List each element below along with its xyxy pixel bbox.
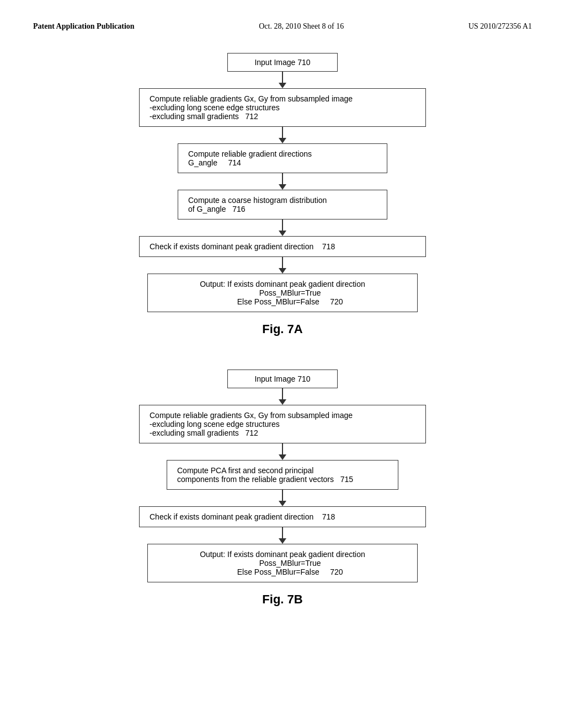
arrow-5a (279, 257, 286, 274)
box-input-a: Input Image 710 (227, 53, 338, 72)
arrow-4b (279, 527, 286, 544)
flowchart-7b: Input Image 710 Compute reliable gradien… (33, 370, 532, 623)
box-compute-grad-b: Compute reliable gradients Gx, Gy from s… (139, 405, 426, 443)
box-compute-dir-a: Compute reliable gradient directions G_a… (178, 143, 387, 173)
arrow-1a (279, 72, 286, 88)
box-compute-grad-a: Compute reliable gradients Gx, Gy from s… (139, 88, 426, 127)
box-output-b: Output: If exists dominant peak gadient … (147, 544, 418, 582)
flowchart-7a: Input Image 710 Compute reliable gradien… (33, 53, 532, 353)
header-right: US 2010/272356 A1 (468, 22, 532, 31)
arrow-4a (279, 220, 286, 236)
fig-label-7a: Fig. 7A (262, 322, 302, 336)
arrow-2b (279, 443, 286, 460)
arrow-1b (279, 388, 286, 405)
box-input-b: Input Image 710 (227, 370, 338, 388)
arrow-3b (279, 490, 286, 506)
header-center: Oct. 28, 2010 Sheet 8 of 16 (259, 22, 344, 31)
box-compute-pca-b: Compute PCA first and second principal c… (167, 460, 398, 490)
box-compute-hist-a: Compute a coarse histogram distribution … (178, 190, 387, 220)
page: Patent Application Publication Oct. 28, … (0, 0, 565, 728)
box-check-dom-a: Check if exists dominant peak gradient d… (139, 236, 426, 257)
page-header: Patent Application Publication Oct. 28, … (33, 22, 532, 31)
box-check-dom-b: Check if exists dominant peak gradient d… (139, 506, 426, 527)
header-left: Patent Application Publication (33, 22, 135, 31)
fig-label-7b: Fig. 7B (262, 592, 302, 607)
arrow-3a (279, 173, 286, 190)
arrow-2a (279, 127, 286, 143)
box-output-a: Output: If exists dominant peak gadient … (147, 274, 418, 312)
